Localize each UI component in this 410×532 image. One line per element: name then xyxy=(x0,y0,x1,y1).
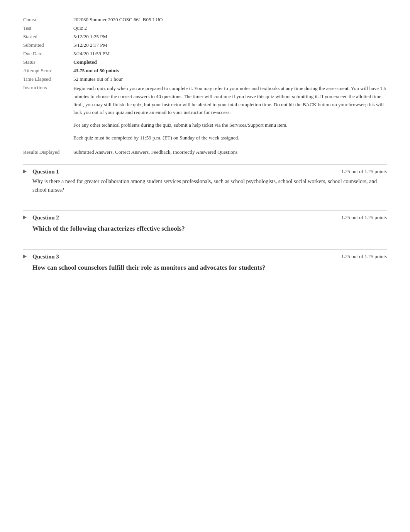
question-header: ▶Question 21.25 out of 1.25 points xyxy=(23,214,387,221)
question-arrow-icon: ▶ xyxy=(23,168,29,175)
info-row: Submitted5/12/20 2:17 PM xyxy=(23,41,387,49)
info-label: Status xyxy=(23,58,73,66)
info-row: StatusCompleted xyxy=(23,58,387,66)
question-text: How can school counselors fulfill their … xyxy=(23,262,387,273)
question-text: Why is there a need for greater collabor… xyxy=(23,177,387,195)
info-value: 5/24/20 11:59 PM xyxy=(73,49,387,58)
info-table: Course202030 Summer 2020 COSC 661-B05 LU… xyxy=(23,15,387,156)
info-row: Due Date5/24/20 11:59 PM xyxy=(23,49,387,58)
info-label: Attempt Score xyxy=(23,66,73,75)
info-value: 5/12/20 1:25 PM xyxy=(73,32,387,41)
question-points: 1.25 out of 1.25 points xyxy=(341,214,387,221)
info-value: Submitted Answers, Correct Answers, Feed… xyxy=(73,148,387,156)
question-block: ▶Question 31.25 out of 1.25 pointsHow ca… xyxy=(23,249,387,273)
info-label: Due Date xyxy=(23,49,73,58)
info-value: 5/12/20 2:17 PM xyxy=(73,41,387,49)
info-label: Submitted xyxy=(23,41,73,49)
question-title: Question 3 xyxy=(32,253,341,260)
question-title: Question 2 xyxy=(32,214,341,221)
questions-container: ▶Question 11.25 out of 1.25 pointsWhy is… xyxy=(23,164,387,273)
question-arrow-icon: ▶ xyxy=(23,253,29,260)
question-block: ▶Question 21.25 out of 1.25 pointsWhich … xyxy=(23,210,387,234)
info-value: Begin each quiz only when you are prepar… xyxy=(73,83,387,148)
info-label: Started xyxy=(23,32,73,41)
question-points: 1.25 out of 1.25 points xyxy=(341,253,387,260)
info-row: Attempt Score43.75 out of 50 points xyxy=(23,66,387,75)
info-value: 43.75 out of 50 points xyxy=(73,66,387,75)
question-text: Which of the following characterizes eff… xyxy=(23,223,387,234)
info-label: Results Displayed xyxy=(23,148,73,156)
question-arrow-icon: ▶ xyxy=(23,214,29,221)
info-row: Results DisplayedSubmitted Answers, Corr… xyxy=(23,148,387,156)
info-value: 202030 Summer 2020 COSC 661-B05 LUO xyxy=(73,15,387,24)
question-block: ▶Question 11.25 out of 1.25 pointsWhy is… xyxy=(23,164,387,195)
info-row: Course202030 Summer 2020 COSC 661-B05 LU… xyxy=(23,15,387,24)
question-header: ▶Question 11.25 out of 1.25 points xyxy=(23,168,387,175)
info-value: 52 minutes out of 1 hour xyxy=(73,75,387,83)
info-label: Time Elapsed xyxy=(23,75,73,83)
info-label: Course xyxy=(23,15,73,24)
info-row: TestQuiz 2 xyxy=(23,24,387,32)
question-title: Question 1 xyxy=(32,168,341,175)
info-row: Time Elapsed52 minutes out of 1 hour xyxy=(23,75,387,83)
info-value: Quiz 2 xyxy=(73,24,387,32)
info-row: InstructionsBegin each quiz only when yo… xyxy=(23,83,387,148)
question-header: ▶Question 31.25 out of 1.25 points xyxy=(23,253,387,260)
info-label: Instructions xyxy=(23,83,73,148)
info-row: Started5/12/20 1:25 PM xyxy=(23,32,387,41)
info-value: Completed xyxy=(73,58,387,66)
info-label: Test xyxy=(23,24,73,32)
question-points: 1.25 out of 1.25 points xyxy=(341,168,387,175)
